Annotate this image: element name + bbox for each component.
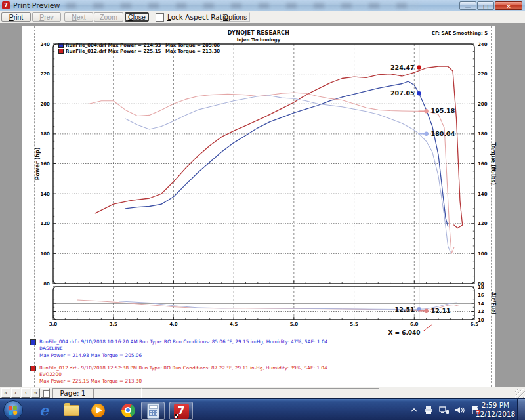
report-page: DYNOJET RESEARCH Injen Technology CF: SA… — [22, 26, 495, 387]
run2-maxima: Max Power = 225.15 Max Torque = 213.30 — [39, 378, 327, 385]
system-tray — [408, 399, 484, 420]
explorer-folder-icon[interactable] — [60, 402, 83, 419]
run1-info: RunFile_004.drf - 9/10/2018 10:16:20 AM … — [30, 339, 327, 359]
run2-file-icon — [30, 366, 36, 371]
calculator-icon[interactable] — [141, 402, 165, 420]
minimize-button[interactable]: — — [459, 1, 476, 10]
smoothing-info: CF: SAE Smoothing: 5 — [432, 31, 488, 36]
report-header: DYNOJET RESEARCH Injen Technology — [22, 30, 495, 43]
status-panel-2 — [93, 388, 142, 398]
print-button[interactable]: Print — [1, 12, 31, 22]
first-page-button[interactable]: « — [1, 388, 10, 398]
chart-legend: RunFile_004.drf Max Power = 214.93 Max T… — [58, 42, 220, 54]
zoom-out-button[interactable]: Zoom Out — [94, 12, 123, 22]
screen: 7 Print Preview — □ ✕ Print Prev Next Zo… — [0, 0, 525, 420]
window-titlebar: 7 Print Preview — □ ✕ — [0, 0, 525, 12]
clock-time: 2:59 PM — [475, 400, 516, 410]
next-page-button[interactable]: › — [21, 388, 30, 398]
next-button[interactable]: Next — [64, 12, 93, 22]
internet-explorer-icon[interactable]: e — [33, 402, 55, 419]
close-window-button[interactable]: ✕ — [495, 1, 522, 10]
run2-conditions: RunFile_012.drf - 9/10/2018 12:52:38 PM … — [39, 365, 327, 371]
printer-icon[interactable] — [423, 406, 434, 415]
run-info-block: RunFile_004.drf - 9/10/2018 10:16:20 AM … — [30, 339, 327, 387]
taskbar-clock[interactable]: 2:59 PM 12/12/2018 — [475, 400, 516, 419]
options-button[interactable]: Options — [220, 12, 250, 22]
app-icon: 7 — [2, 1, 10, 9]
run2-info: RunFile_012.drf - 9/10/2018 12:52:38 PM … — [30, 365, 327, 385]
right-margin-guide — [491, 26, 492, 387]
toolbar: Print Prev Next Zoom Out Close Lock Aspe… — [0, 11, 525, 24]
legend-row-run1: RunFile_004.drf Max Power = 214.93 Max T… — [58, 42, 220, 48]
run2-label: EVO2200 — [39, 371, 327, 378]
dynojet-title: DYNOJET RESEARCH — [22, 30, 495, 36]
network-icon[interactable] — [439, 406, 450, 415]
prev-button[interactable]: Prev — [32, 12, 61, 22]
blurred-title-path — [66, 3, 420, 9]
run1-conditions: RunFile_004.drf - 9/10/2018 10:16:20 AM … — [39, 339, 327, 345]
media-player-icon[interactable] — [87, 402, 109, 419]
start-button[interactable] — [3, 400, 23, 420]
left-margin-guide — [34, 26, 35, 387]
winpep-dyno-icon[interactable]: 7 — [169, 402, 193, 420]
window-title: Print Preview — [13, 1, 60, 10]
clock-date: 12/12/2018 — [475, 410, 516, 419]
show-desktop-button[interactable] — [517, 399, 525, 420]
run2-marker-icon — [58, 49, 64, 54]
resize-grip[interactable] — [515, 388, 525, 398]
run1-file-icon — [30, 339, 36, 345]
maximize-button[interactable]: □ — [477, 1, 494, 10]
status-bar: « ‹ › » Page: 1 — [0, 387, 525, 399]
last-page-button[interactable]: » — [31, 388, 40, 398]
close-preview-button[interactable]: Close — [125, 12, 149, 22]
lock-aspect-checkbox[interactable] — [156, 13, 164, 22]
page-number-panel: Page: 1 — [52, 388, 93, 398]
page-number: Page: 1 — [53, 388, 93, 398]
chrome-icon[interactable] — [117, 402, 139, 419]
taskbar: e 7 2:59 PM 12/12/2018 — [0, 398, 525, 420]
volume-icon[interactable] — [455, 406, 465, 415]
run1-label: BASELINE — [39, 345, 327, 352]
hidden-icons-arrow[interactable] — [410, 407, 418, 413]
page-icon — [43, 390, 49, 398]
run1-maxima: Max Power = 214.93 Max Torque = 205.06 — [39, 352, 327, 359]
run1-marker-icon — [58, 43, 64, 48]
status-panel-3 — [142, 388, 379, 398]
print-preview-area: DYNOJET RESEARCH Injen Technology CF: SA… — [0, 23, 525, 387]
page-setup-button[interactable] — [41, 388, 50, 398]
prev-page-button[interactable]: ‹ — [11, 388, 20, 398]
windows-logo-icon — [9, 406, 18, 415]
legend-row-run2: RunFile_012.drf Max Power = 225.15 Max T… — [58, 48, 220, 54]
